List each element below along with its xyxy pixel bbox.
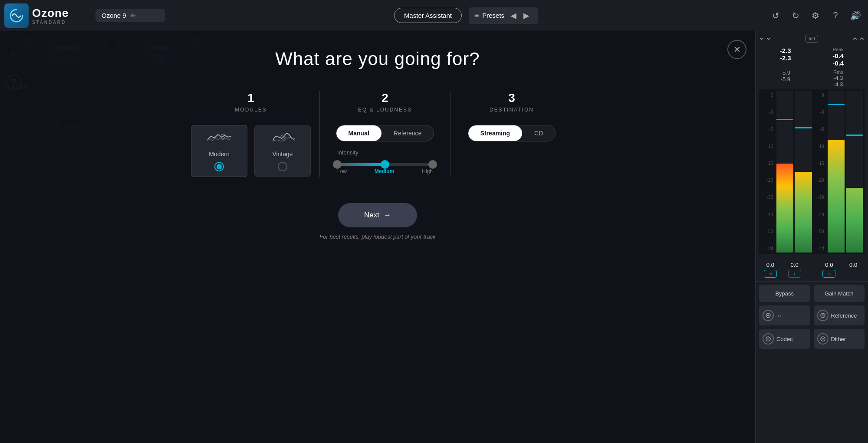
meter-val-l2: -2.3 [780, 54, 791, 62]
meter-fill-r2 [846, 188, 863, 253]
codec-dither-row: Codec Dither [759, 329, 865, 349]
svg-point-18 [821, 337, 825, 341]
next-arrow: → [384, 211, 391, 220]
plugin-area: ? ◐ Dynamics ✕ ◐ Imager ✕ [0, 31, 755, 443]
logo-text: Ozone STANDARD [32, 7, 69, 25]
meter-scale-mid: 0 -3 -6 -10 -15 -20 -30 -40 -50 -inf [814, 91, 826, 253]
redo-button[interactable]: ↻ [787, 7, 804, 24]
reference-row: ↔ Reference [759, 305, 865, 325]
intensity-slider-container: Low Medium High [329, 163, 441, 174]
meter-section: I/O -2.3 -2.3 Peak -0.4 [756, 31, 868, 258]
main-content: ? ◐ Dynamics ✕ ◐ Imager ✕ [0, 31, 868, 443]
meter-fill-r1 [828, 140, 845, 253]
slider-thumb-mid[interactable] [381, 160, 389, 169]
vintage-radio[interactable] [278, 162, 287, 171]
help-button[interactable]: ? [827, 7, 844, 24]
meter-val-peak2: -0.4 [832, 59, 844, 67]
meter-fill-l1 [776, 164, 793, 253]
fader-val-3: 0.0 [825, 262, 833, 268]
meter-fill-l2 [795, 172, 812, 253]
modal-close-button[interactable]: ✕ [727, 40, 746, 59]
app-name: Ozone [32, 7, 69, 20]
meter-bar-l1 [776, 91, 793, 253]
bottom-buttons: Bypass Gain Match ↔ [756, 282, 868, 352]
svg-line-15 [823, 315, 824, 316]
step-2-num: 2 [381, 91, 388, 105]
next-hint: For best results, play loudest part of y… [319, 233, 435, 240]
fader-group-4: 0.0 [842, 262, 865, 278]
dither-label: Dither [831, 336, 846, 342]
cd-button[interactable]: CD [522, 125, 555, 141]
reference-toggle-button[interactable]: Reference [381, 125, 434, 141]
meter-bars-container: 0 -3 -6 -10 -15 -20 -30 -40 -50 -inf [759, 89, 865, 254]
streaming-button[interactable]: Streaming [468, 125, 522, 141]
intensity-high: High [422, 168, 433, 174]
meter-rms2: -4.3 [833, 81, 843, 88]
reference-button[interactable]: Reference [814, 305, 865, 325]
meter-down-icon-2 [766, 36, 771, 41]
slider-thumb-low [333, 160, 342, 169]
next-label: Next [364, 211, 379, 220]
settings-button[interactable]: ⚙ [807, 7, 824, 24]
intensity-label: Intensity [337, 149, 358, 156]
link-btn-3[interactable]: ⊃ [822, 270, 835, 278]
swap-icon: ↔ [776, 312, 782, 319]
slider-fill [337, 163, 385, 166]
presets-nav: ◀ ▶ [508, 10, 532, 21]
fader-group-2: 0.0 + [783, 262, 806, 278]
module-option-vintage[interactable]: Vintage [254, 125, 311, 177]
intensity-low: Low [337, 168, 347, 174]
edit-icon[interactable]: ✏ [131, 12, 136, 19]
fader-val-4: 0.0 [849, 262, 857, 268]
presets-label: Presets [482, 12, 504, 19]
link-btn-2[interactable]: + [788, 270, 801, 278]
steps-container: 1 MODULES Modern [182, 91, 573, 177]
peak-label: Peak [833, 47, 844, 52]
step-3-label: DESTINATION [490, 107, 534, 113]
speaker-button[interactable]: 🔊 [847, 7, 864, 24]
manual-toggle-button[interactable]: Manual [336, 125, 381, 141]
meter-thumb-r2 [846, 135, 863, 136]
step-1-num: 1 [247, 91, 254, 105]
codec-button[interactable]: Codec [759, 329, 810, 349]
svg-point-20 [823, 338, 824, 339]
reference-left-icon [763, 310, 774, 321]
dest-section: Streaming CD [468, 125, 556, 141]
right-controls: ↺ ↻ ⚙ ? 🔊 [767, 7, 864, 24]
intensity-medium: Medium [375, 168, 394, 174]
reference-left-button[interactable]: ↔ [759, 305, 810, 325]
modern-radio[interactable] [214, 162, 224, 171]
module-options: Modern [191, 125, 311, 177]
gain-match-button[interactable]: Gain Match [814, 285, 865, 302]
modal-overlay: ✕ What are you going for? 1 MODULES [0, 31, 755, 443]
bypass-gainmatch-row: Bypass Gain Match [759, 285, 865, 302]
preset-next-button[interactable]: ▶ [521, 10, 532, 21]
vintage-label: Vintage [272, 151, 293, 158]
next-button[interactable]: Next → [338, 203, 417, 227]
meter-thumb-l2 [795, 127, 812, 128]
fader-group-1: 0.0 ⊃ [759, 262, 782, 278]
link-btn-1[interactable]: ⊃ [764, 270, 777, 278]
step-2-eq: 2 EQ & LOUDNESS Manual Reference Intensi… [320, 91, 450, 177]
fader-val-1: 0.0 [766, 262, 774, 268]
close-icon: ✕ [733, 44, 741, 55]
step-2-label: EQ & LOUDNESS [358, 107, 412, 113]
meter-sub2: -5.9 [781, 76, 790, 82]
bypass-button[interactable]: Bypass [759, 285, 810, 302]
dither-button[interactable]: Dither [814, 329, 865, 349]
fader-val-2: 0.0 [791, 262, 799, 268]
fader-section: 0.0 ⊃ 0.0 + 0.0 ⊃ 0.0 [756, 258, 868, 282]
preset-name: Ozone 9 [102, 12, 126, 19]
module-option-modern[interactable]: Modern [191, 125, 247, 177]
preset-prev-button[interactable]: ◀ [508, 10, 519, 21]
master-assistant-button[interactable]: Master Assistant [394, 8, 462, 23]
meter-bars-right-output [828, 91, 863, 253]
codec-icon [763, 333, 774, 345]
intensity-slider-track[interactable] [337, 163, 433, 166]
slider-thumb-high [428, 160, 437, 169]
preset-name-area[interactable]: Ozone 9 ✏ [95, 9, 165, 22]
meter-val-l1: -2.3 [780, 47, 791, 54]
step-1-modules: 1 MODULES Modern [182, 91, 320, 177]
undo-button[interactable]: ↺ [767, 7, 784, 24]
next-btn-container: Next → For best results, play loudest pa… [319, 203, 435, 240]
